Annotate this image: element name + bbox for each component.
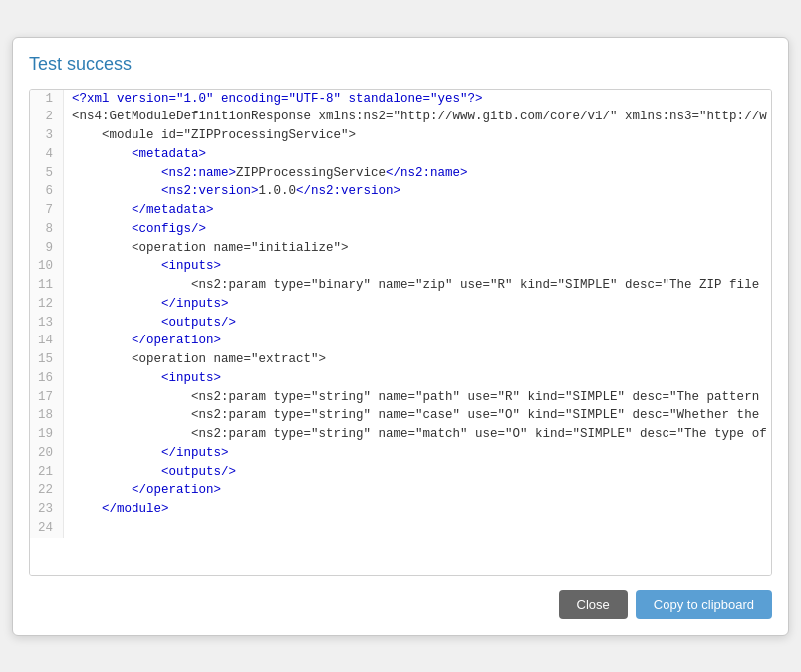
line-code: <ns2:param type="string" name="path" use… [64,388,772,407]
table-row: 12 </inputs> [30,295,772,314]
line-code: <inputs> [64,369,772,388]
line-code: <module id="ZIPProcessingService"> [64,126,772,145]
table-row: 14 </operation> [30,332,772,350]
line-number: 11 [30,276,64,295]
table-row: 21 <outputs/> [30,463,772,482]
line-number: 7 [30,201,64,220]
line-number: 13 [30,314,64,333]
copy-to-clipboard-button[interactable]: Copy to clipboard [636,590,772,619]
line-number: 9 [30,239,64,258]
table-row: 1<?xml version="1.0" encoding="UTF-8" st… [30,90,772,109]
line-code: <inputs> [64,257,772,276]
line-code: </inputs> [64,444,772,463]
line-code: <outputs/> [64,314,772,333]
line-number: 1 [30,90,64,109]
table-row: 7 </metadata> [30,201,772,220]
line-number: 4 [30,145,64,164]
code-table: 1<?xml version="1.0" encoding="UTF-8" st… [30,90,772,538]
line-number: 3 [30,126,64,145]
test-success-dialog: Test success 1<?xml version="1.0" encodi… [12,37,789,636]
line-code: <outputs/> [64,463,772,482]
line-number: 24 [30,519,64,538]
line-number: 6 [30,182,64,201]
line-number: 14 [30,332,64,350]
line-number: 23 [30,500,64,519]
table-row: 10 <inputs> [30,257,772,276]
line-code: </inputs> [64,295,772,314]
table-row: 19 <ns2:param type="string" name="match"… [30,425,772,444]
table-row: 11 <ns2:param type="binary" name="zip" u… [30,276,772,295]
dialog-footer: Close Copy to clipboard [29,590,772,619]
dialog-title: Test success [29,54,772,75]
line-number: 20 [30,444,64,463]
line-code: <metadata> [64,145,772,164]
line-number: 2 [30,108,64,126]
table-row: 15 <operation name="extract"> [30,350,772,369]
table-row: 3 <module id="ZIPProcessingService"> [30,126,772,145]
table-row: 5 <ns2:name>ZIPProcessingService</ns2:na… [30,164,772,183]
table-row: 24 [30,519,772,538]
line-code: <operation name="extract"> [64,350,772,369]
line-code: </operation> [64,332,772,350]
table-row: 23 </module> [30,500,772,519]
line-number: 22 [30,481,64,500]
line-number: 17 [30,388,64,407]
code-container: 1<?xml version="1.0" encoding="UTF-8" st… [29,89,772,576]
table-row: 18 <ns2:param type="string" name="case" … [30,406,772,425]
table-row: 6 <ns2:version>1.0.0</ns2:version> [30,182,772,201]
table-row: 17 <ns2:param type="string" name="path" … [30,388,772,407]
table-row: 4 <metadata> [30,145,772,164]
table-row: 9 <operation name="initialize"> [30,239,772,258]
line-number: 18 [30,406,64,425]
line-code: </operation> [64,481,772,500]
line-code: <ns2:param type="string" name="match" us… [64,425,772,444]
line-number: 10 [30,257,64,276]
line-code: <operation name="initialize"> [64,239,772,258]
line-code: </metadata> [64,201,772,220]
close-button[interactable]: Close [559,590,628,619]
line-code: <ns2:param type="binary" name="zip" use=… [64,276,772,295]
line-code: <ns2:version>1.0.0</ns2:version> [64,182,772,201]
line-code: </module> [64,500,772,519]
table-row: 8 <configs/> [30,220,772,239]
line-code: <configs/> [64,220,772,239]
line-code: <ns2:param type="string" name="case" use… [64,406,772,425]
line-number: 5 [30,164,64,183]
line-code [64,519,772,538]
table-row: 22 </operation> [30,481,772,500]
line-code: <ns4:GetModuleDefinitionResponse xmlns:n… [64,108,772,126]
table-row: 2<ns4:GetModuleDefinitionResponse xmlns:… [30,108,772,126]
table-row: 20 </inputs> [30,444,772,463]
line-number: 19 [30,425,64,444]
table-row: 13 <outputs/> [30,314,772,333]
line-code: <?xml version="1.0" encoding="UTF-8" sta… [64,90,772,109]
line-number: 21 [30,463,64,482]
line-number: 16 [30,369,64,388]
table-row: 16 <inputs> [30,369,772,388]
line-number: 15 [30,350,64,369]
line-number: 8 [30,220,64,239]
line-code: <ns2:name>ZIPProcessingService</ns2:name… [64,164,772,183]
line-number: 12 [30,295,64,314]
